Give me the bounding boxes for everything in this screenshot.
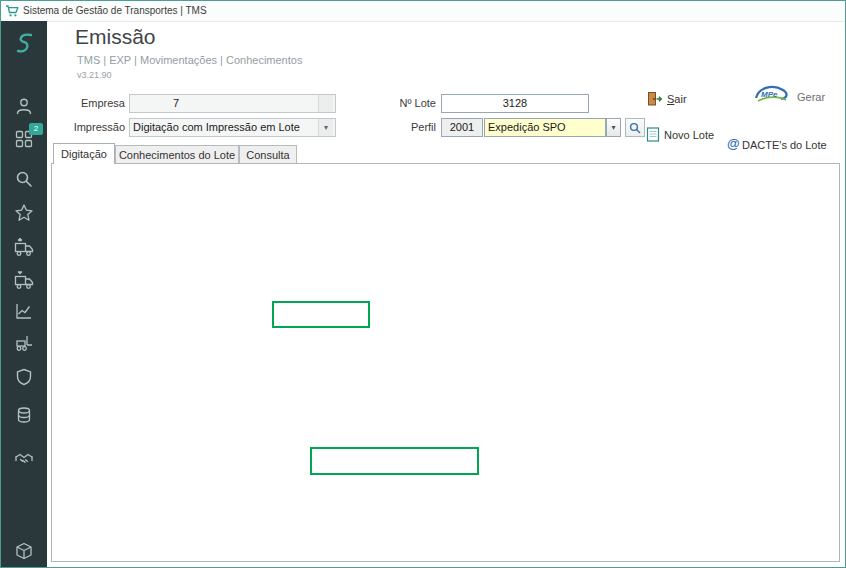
chart-icon[interactable] bbox=[14, 301, 34, 321]
perfil-code-field[interactable]: 2001 bbox=[441, 118, 483, 137]
package-icon[interactable] bbox=[14, 541, 34, 561]
dacte-label: DACTE's do Lote bbox=[742, 139, 827, 151]
chevron-down-icon[interactable]: ▾ bbox=[318, 119, 333, 136]
handshake-icon[interactable] bbox=[14, 449, 34, 469]
breadcrumb: TMS | EXP | Movimentações | Conhecimento… bbox=[77, 54, 302, 66]
chevron-down-icon[interactable]: ▾ bbox=[318, 95, 333, 112]
version-label: v3.21.90 bbox=[77, 70, 112, 80]
sair-button[interactable]: Sair bbox=[646, 89, 708, 111]
coins-icon[interactable] bbox=[14, 405, 34, 425]
svg-text:MPe: MPe bbox=[761, 90, 778, 99]
novo-lote-button[interactable]: Novo Lote bbox=[646, 125, 726, 145]
nlote-label: Nº Lote bbox=[381, 94, 436, 113]
user-icon[interactable] bbox=[14, 96, 34, 116]
app-logo-icon[interactable] bbox=[10, 29, 38, 57]
search-icon[interactable] bbox=[14, 169, 34, 189]
magnifier-icon bbox=[629, 122, 641, 134]
impressao-value: Digitação com Impressão em Lote bbox=[133, 121, 300, 133]
tab-consulta[interactable]: Consulta bbox=[239, 145, 297, 164]
gerar-button[interactable]: MPe Gerar bbox=[753, 83, 838, 107]
truck-outbound-icon[interactable] bbox=[14, 238, 34, 258]
empresa-label: Empresa bbox=[63, 94, 125, 113]
notepad-icon bbox=[646, 126, 660, 143]
cart-icon bbox=[5, 4, 20, 18]
novo-lote-label: Novo Lote bbox=[664, 129, 714, 141]
door-exit-icon bbox=[646, 91, 663, 107]
truck-inbound-icon[interactable] bbox=[14, 271, 34, 291]
app-window: Sistema de Gestão de Transportes | TMS 2 bbox=[0, 0, 846, 568]
star-icon[interactable] bbox=[14, 203, 34, 223]
mpe-logo-icon: MPe bbox=[753, 83, 791, 105]
page-title: Emissão bbox=[75, 25, 156, 49]
notification-badge: 2 bbox=[29, 123, 43, 135]
forklift-icon[interactable] bbox=[14, 333, 34, 353]
empresa-value: 7 bbox=[173, 97, 179, 109]
dacte-button[interactable]: @ DACTE's do Lote bbox=[727, 136, 839, 154]
perfil-dropdown-button[interactable]: ▾ bbox=[606, 118, 621, 137]
sidebar: 2 bbox=[1, 21, 47, 568]
tab-digitacao[interactable]: Digitação bbox=[53, 143, 115, 164]
perfil-label: Perfil bbox=[381, 118, 436, 137]
impressao-combobox[interactable]: Digitação com Impressão em Lote ▾ bbox=[129, 118, 336, 137]
perfil-search-button[interactable] bbox=[625, 118, 645, 137]
gerar-label: Gerar bbox=[797, 91, 825, 103]
tab-page bbox=[51, 163, 840, 562]
shield-icon[interactable] bbox=[14, 367, 34, 387]
tab-conhecimentos-do-lote[interactable]: Conhecimentos do Lote bbox=[115, 145, 239, 164]
title-bar: Sistema de Gestão de Transportes | TMS bbox=[1, 1, 845, 22]
impressao-label: Impressão bbox=[63, 118, 125, 137]
sair-label: Sair bbox=[667, 93, 687, 105]
window-title: Sistema de Gestão de Transportes | TMS bbox=[23, 5, 207, 16]
nlote-field[interactable]: 3128 bbox=[441, 94, 589, 113]
perfil-name-field[interactable]: Expedição SPO bbox=[484, 118, 606, 137]
empresa-combobox[interactable]: 7 ▾ bbox=[129, 94, 336, 113]
at-icon: @ bbox=[727, 136, 740, 151]
